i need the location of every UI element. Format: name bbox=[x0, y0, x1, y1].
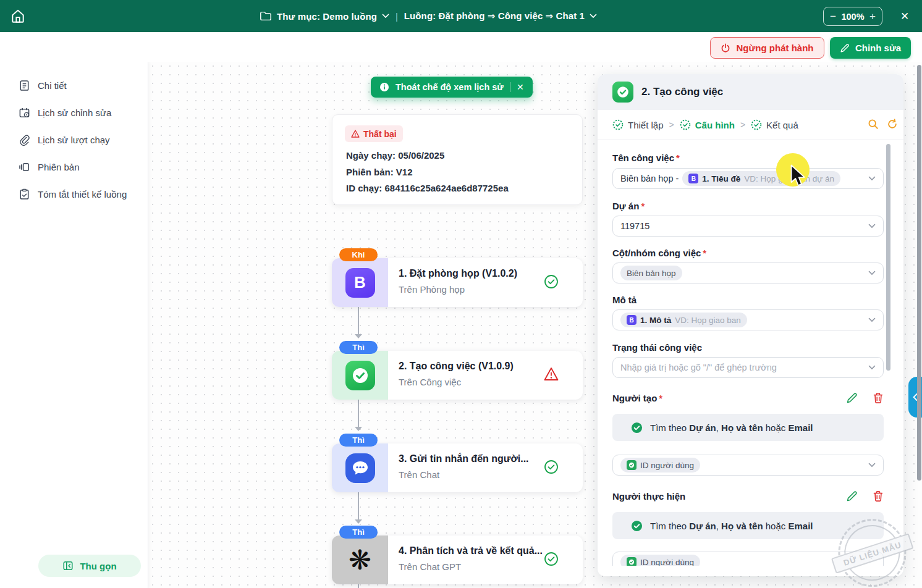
chip-hint: VD: Họp giao ban dự án bbox=[744, 174, 834, 183]
zoom-in-button[interactable]: + bbox=[869, 11, 876, 22]
chip-hint: VD: Họp giao ban bbox=[675, 316, 741, 325]
chevron-down-icon[interactable] bbox=[382, 14, 389, 19]
base-app-icon: B bbox=[688, 174, 698, 183]
collapse-sidebar-button[interactable]: Thu gọn bbox=[38, 555, 141, 577]
folder-breadcrumb-label[interactable]: Thư mục: Demo luồng bbox=[277, 11, 377, 22]
field-token-chip[interactable]: B 1. Tiêu đề VD: Họp giao ban dự án bbox=[682, 171, 840, 186]
search-icon[interactable] bbox=[868, 119, 879, 130]
node-subtitle: Trên Phòng họp bbox=[399, 284, 465, 295]
close-window-icon[interactable]: ✕ bbox=[897, 9, 912, 23]
edit-button[interactable]: Chỉnh sửa bbox=[830, 37, 911, 59]
task-app-icon bbox=[627, 557, 637, 566]
node-phan-tich-gpt[interactable]: ❋ 4. Phân tích và trả về kết quả... Trên… bbox=[332, 536, 583, 584]
assignee-id-select[interactable]: ID người dùng bbox=[612, 552, 884, 566]
sidebar-item-chi-tiet[interactable]: Chi tiết bbox=[0, 75, 148, 95]
step-check-icon bbox=[680, 119, 691, 130]
attachment-icon bbox=[19, 134, 30, 146]
description-input[interactable]: B 1. Mô tả VD: Họp giao ban bbox=[612, 309, 884, 330]
delete-icon[interactable] bbox=[873, 392, 884, 404]
node-dat-phong-hop[interactable]: B 1. Đặt phòng họp (V1.0.2) Trên Phòng h… bbox=[332, 258, 583, 307]
node-title: 4. Phân tích và trả về kết quả... bbox=[399, 545, 543, 556]
chip-label: 1. Tiêu đề bbox=[702, 174, 740, 183]
refresh-icon[interactable] bbox=[887, 119, 898, 130]
node-subtitle: Trên Chat bbox=[399, 469, 439, 480]
chip-label: ID người dùng bbox=[640, 558, 694, 566]
collapse-panel-icon bbox=[62, 560, 74, 571]
info-icon bbox=[379, 82, 389, 92]
sidebar-item-lich-su-luot-chay[interactable]: Lịch sử lượt chạy bbox=[0, 130, 148, 149]
zoom-out-button[interactable]: − bbox=[830, 11, 836, 22]
versions-icon bbox=[19, 161, 30, 173]
node-tao-cong-viec[interactable]: 2. Tạo công việc (V1.0.9) Trên Công việc bbox=[332, 351, 583, 400]
required-asterisk: * bbox=[641, 201, 645, 211]
window-scrollbar-thumb[interactable] bbox=[917, 65, 921, 481]
chevron-down-icon[interactable] bbox=[868, 176, 876, 181]
panel-scrollbar-thumb[interactable] bbox=[886, 144, 890, 371]
success-status-icon bbox=[544, 552, 559, 569]
field-label-project: Dự án* bbox=[612, 201, 645, 211]
tab-cau-hinh[interactable]: Cấu hình bbox=[680, 119, 735, 130]
check-circle-icon bbox=[631, 422, 643, 434]
tab-thiet-lap[interactable]: Thiết lập bbox=[612, 119, 664, 130]
chevron-down-icon[interactable] bbox=[868, 271, 876, 275]
panel-header: 2. Tạo công việc bbox=[598, 74, 903, 110]
label-text: Người tạo bbox=[612, 393, 657, 403]
task-name-input[interactable]: Biên bản họp - B 1. Tiêu đề VD: Họp giao… bbox=[612, 168, 884, 189]
chevron-down-icon[interactable] bbox=[868, 224, 876, 229]
value-chip: ID người dùng bbox=[620, 555, 700, 566]
flow-breadcrumb-label[interactable]: Luồng: Đặt phòng ⇒ Công việc ⇒ Chat 1 bbox=[404, 10, 585, 22]
calendar-clock-icon bbox=[19, 107, 30, 119]
chevron-down-icon[interactable] bbox=[868, 365, 876, 370]
step-label: Kết quả bbox=[766, 120, 798, 130]
close-history-banner-icon[interactable]: ✕ bbox=[517, 82, 524, 92]
assignee-id-select-clipped: ID người dùng bbox=[612, 552, 884, 566]
connector-arrow bbox=[355, 334, 362, 338]
field-label-description: Mô tả bbox=[612, 295, 637, 305]
success-status-icon bbox=[544, 460, 559, 477]
field-token-chip[interactable]: B 1. Mô tả VD: Họp giao ban bbox=[620, 313, 747, 327]
sidebar-item-phien-ban[interactable]: Phiên bản bbox=[0, 157, 148, 177]
status-input[interactable]: Nhập giá trị hoặc gõ "/" để ghép trường bbox=[612, 357, 884, 378]
home-button[interactable] bbox=[8, 6, 28, 26]
sidebar-item-tom-tat-thiet-ke[interactable]: Tóm tắt thiết kế luồng bbox=[0, 184, 148, 204]
column-select[interactable]: Biên bản họp bbox=[612, 262, 884, 284]
run-id: ID chạy: 684116c25a624ae6d87725ea bbox=[346, 183, 509, 193]
node-subtitle: Trên Chat GPT bbox=[399, 561, 461, 572]
edit-icon[interactable] bbox=[846, 490, 858, 502]
connector-line bbox=[358, 400, 359, 427]
history-banner-label: Thoát chế độ xem lịch sử bbox=[395, 82, 504, 92]
edit-button-label: Chỉnh sửa bbox=[855, 43, 901, 53]
node-title: 2. Tạo công việc (V1.0.9) bbox=[399, 361, 514, 372]
then-badge: Thì bbox=[339, 434, 378, 447]
required-asterisk: * bbox=[703, 248, 706, 258]
task-app-icon bbox=[612, 82, 633, 103]
home-icon bbox=[10, 8, 26, 24]
label-text: Dự án bbox=[612, 201, 639, 211]
base-app-icon: B bbox=[345, 268, 375, 298]
sidebar-item-label: Chi tiết bbox=[38, 80, 67, 91]
required-asterisk: * bbox=[659, 393, 662, 403]
search-hint-text: Tìm theo Dự án, Họ và tên hoặc Email bbox=[650, 422, 813, 433]
project-select[interactable]: 119715 bbox=[612, 216, 884, 237]
connector-arrow bbox=[355, 427, 362, 431]
tab-ket-qua[interactable]: Kết quả bbox=[751, 119, 798, 130]
chevron-down-icon[interactable] bbox=[868, 317, 876, 322]
label-text: Trạng thái công việc bbox=[612, 342, 702, 353]
creator-id-select[interactable]: ID người dùng bbox=[612, 455, 884, 476]
then-badge: Thì bbox=[339, 526, 378, 539]
input-value: 119715 bbox=[620, 221, 649, 231]
node-icon-section bbox=[332, 351, 388, 400]
node-gui-tin-nhan[interactable]: 3. Gửi tin nhắn đến người... Trên Chat bbox=[332, 443, 583, 492]
app-topbar: Thư mục: Demo luồng | Luồng: Đặt phòng ⇒… bbox=[0, 0, 922, 32]
edit-icon[interactable] bbox=[846, 392, 858, 404]
input-placeholder: Nhập giá trị hoặc gõ "/" để ghép trường bbox=[620, 363, 777, 372]
then-badge: Thì bbox=[339, 341, 378, 354]
folder-icon bbox=[260, 10, 272, 22]
chevron-down-icon[interactable] bbox=[868, 463, 876, 468]
stop-publish-button[interactable]: Ngừng phát hành bbox=[710, 37, 824, 59]
field-label-status: Trạng thái công việc bbox=[612, 342, 702, 353]
node-icon-section: B bbox=[332, 258, 388, 307]
chevron-down-icon[interactable] bbox=[590, 14, 597, 19]
delete-icon[interactable] bbox=[873, 490, 884, 502]
sidebar-item-lich-su-chinh-sua[interactable]: Lịch sử chỉnh sửa bbox=[0, 103, 148, 122]
